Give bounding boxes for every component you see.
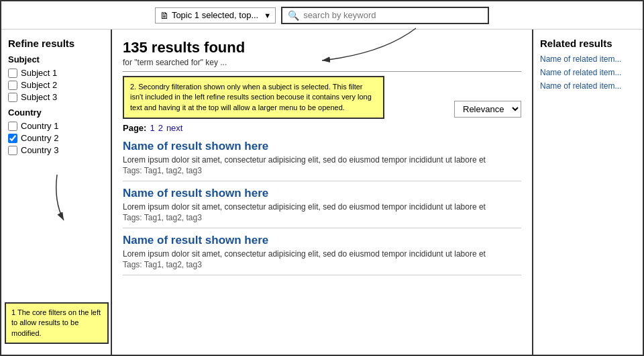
country2-filter[interactable]: Country 2: [8, 133, 104, 143]
book-icon: 🗎: [160, 10, 169, 21]
refine-results-title: Refine results: [8, 38, 104, 49]
results-subheading: for "term searched for" key ...: [123, 58, 521, 67]
results-count: 135 results found: [123, 39, 521, 56]
secondary-filter-row: 2. Secondry filteration shown only when …: [123, 76, 521, 119]
related-link-3[interactable]: Name of related item...: [540, 81, 636, 91]
relevance-dropdown[interactable]: Relevance: [454, 101, 521, 118]
country3-label: Country 3: [21, 145, 58, 155]
related-link-1[interactable]: Name of related item...: [540, 54, 636, 64]
pagination-label: Page:: [123, 123, 146, 133]
result-item-2: Name of result shown here Lorem ipsum do…: [123, 187, 521, 228]
left-sidebar: Refine results Subject Subject 1 Subject…: [1, 30, 112, 356]
country1-checkbox[interactable]: [8, 122, 17, 131]
related-results-title: Related results: [540, 38, 636, 49]
result-body-2: Lorem ipsum dolor sit amet, consectetur …: [123, 202, 521, 212]
main-layout: Refine results Subject Subject 1 Subject…: [1, 30, 643, 356]
country3-checkbox[interactable]: [8, 146, 17, 155]
result-item-3: Name of result shown here Lorem ipsum do…: [123, 234, 521, 275]
result-tags-1: Tags: Tag1, tag2, tag3: [123, 166, 521, 175]
subject1-filter[interactable]: Subject 1: [8, 68, 104, 78]
center-content: 135 results found for "term searched for…: [112, 30, 532, 356]
result-body-3: Lorem ipsum dolor sit amet, consectetur …: [123, 249, 521, 259]
related-link-2[interactable]: Name of related item...: [540, 68, 636, 77]
subject3-checkbox[interactable]: [8, 93, 17, 102]
search-input[interactable]: [303, 10, 482, 20]
country1-filter[interactable]: Country 1: [8, 121, 104, 131]
topic-selector[interactable]: 🗎 Topic 1 selected, top... ▼: [155, 7, 276, 24]
subject1-checkbox[interactable]: [8, 69, 17, 78]
result-tags-2: Tags: Tag1, tag2, tag3: [123, 213, 521, 222]
chevron-down-icon: ▼: [264, 11, 271, 19]
annotation-note-1: 1 The core filters on the left to allow …: [5, 302, 109, 344]
subject2-checkbox[interactable]: [8, 81, 17, 90]
country3-filter[interactable]: Country 3: [8, 145, 104, 155]
top-bar: 🗎 Topic 1 selected, top... ▼ 🔍: [1, 1, 643, 30]
country1-label: Country 1: [21, 121, 58, 131]
page-1-link[interactable]: 1: [150, 123, 154, 133]
search-icon: 🔍: [288, 10, 299, 21]
result-title-3[interactable]: Name of result shown here: [123, 234, 521, 247]
result-item-1: Name of result shown here Lorem ipsum do…: [123, 140, 521, 181]
page-2-link[interactable]: 2: [158, 123, 163, 133]
results-header: 135 results found for "term searched for…: [123, 39, 521, 67]
results-divider: [123, 71, 521, 72]
subject2-label: Subject 2: [21, 80, 57, 90]
right-sidebar: Related results Name of related item... …: [532, 30, 643, 356]
subject1-label: Subject 1: [21, 68, 57, 78]
pagination-row: Page: 1 2 next: [123, 123, 521, 133]
subject3-filter[interactable]: Subject 3: [8, 92, 104, 102]
country-group-label: Country: [8, 107, 104, 118]
country2-checkbox[interactable]: [8, 134, 17, 143]
topic-label: Topic 1 selected, top...: [172, 10, 258, 20]
country2-label: Country 2: [21, 133, 58, 143]
page-next-link[interactable]: next: [166, 123, 183, 133]
subject2-filter[interactable]: Subject 2: [8, 80, 104, 90]
result-title-1[interactable]: Name of result shown here: [123, 140, 521, 153]
result-body-1: Lorem ipsum dolor sit amet, consectetur …: [123, 155, 521, 165]
result-title-2[interactable]: Name of result shown here: [123, 187, 521, 200]
search-bar: 🔍: [281, 7, 489, 24]
subject-group-label: Subject: [8, 54, 104, 64]
result-tags-3: Tags: Tag1, tag2, tag3: [123, 260, 521, 269]
annotation-note-2: 2. Secondry filteration shown only when …: [123, 76, 384, 119]
subject3-label: Subject 3: [21, 92, 57, 102]
